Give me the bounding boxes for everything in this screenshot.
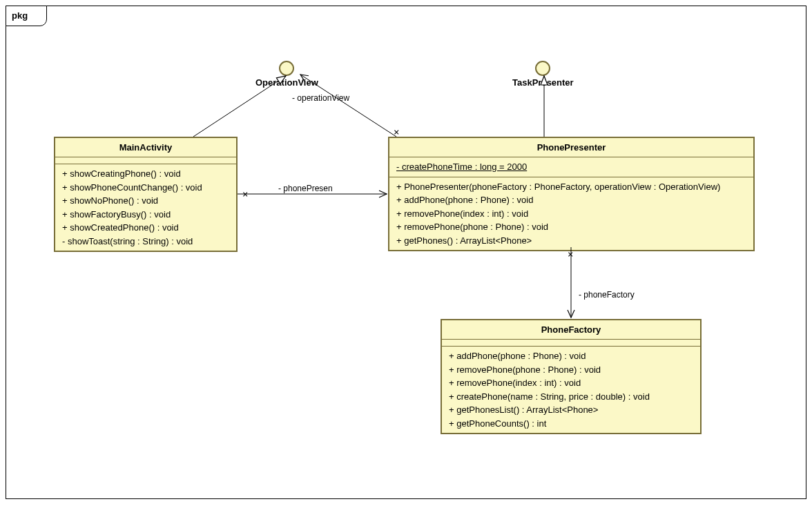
package-tab: pkg [6,6,47,26]
interface-circle-icon [535,61,550,76]
class-title: PhonePresenter [389,138,753,157]
operation: + removePhone(index : int) : void [396,207,746,221]
class-operations: + addPhone(phone : Phone) : void + remov… [442,347,700,433]
role-phone-presenter: - phonePresen [278,184,333,193]
operation: + removePhone(phone : Phone) : void [396,220,746,234]
operation: + createPhone(name : String, price : dou… [449,390,693,404]
operation: + showCreatingPhone() : void [62,167,229,181]
interface-task-presenter: TaskPresenter [512,61,574,88]
class-title: PhoneFactory [442,320,700,340]
operation: + showCreatedPhone() : void [62,221,229,235]
interface-label: TaskPresenter [512,77,574,88]
operation: + getPhoneCounts() : int [449,417,693,431]
class-phone-factory: PhoneFactory + addPhone(phone : Phone) :… [441,319,702,434]
attribute-static: - createPhoneTime : long = 2000 [396,160,746,174]
class-title: MainActivity [55,138,236,157]
operation: + getPhonesList() : ArrayList<Phone> [449,403,693,417]
operation: - showToast(string : String) : void [62,235,229,249]
class-operations: + PhonePresenter(phoneFactory : PhoneFac… [389,177,753,251]
operation: + showNoPhone() : void [62,194,229,208]
interface-label: OperationView [255,77,318,88]
operation: + removePhone(phone : Phone) : void [449,363,693,377]
interface-operation-view: OperationView [255,61,318,88]
class-main-activity: MainActivity + showCreatingPhone() : voi… [54,137,238,252]
role-phone-factory: - phoneFactory [579,290,635,300]
class-attributes-empty [55,157,236,164]
class-attributes: - createPhoneTime : long = 2000 [389,157,753,177]
operation: + showFactoryBusy() : void [62,208,229,222]
operation: + PhonePresenter(phoneFactory : PhoneFac… [396,180,746,194]
package-label: pkg [12,10,28,21]
interface-circle-icon [279,61,294,76]
operation: + showPhoneCountChange() : void [62,181,229,195]
class-operations: + showCreatingPhone() : void + showPhone… [55,164,236,251]
operation: + removePhone(index : int) : void [449,376,693,390]
operation: + addPhone(phone : Phone) : void [396,193,746,207]
role-operation-view: - operationView [292,93,349,103]
operation: + addPhone(phone : Phone) : void [449,349,693,363]
class-attributes-empty [442,340,700,347]
class-phone-presenter: PhonePresenter - createPhoneTime : long … [388,137,755,251]
operation: + getPhones() : ArrayList<Phone> [396,234,746,248]
